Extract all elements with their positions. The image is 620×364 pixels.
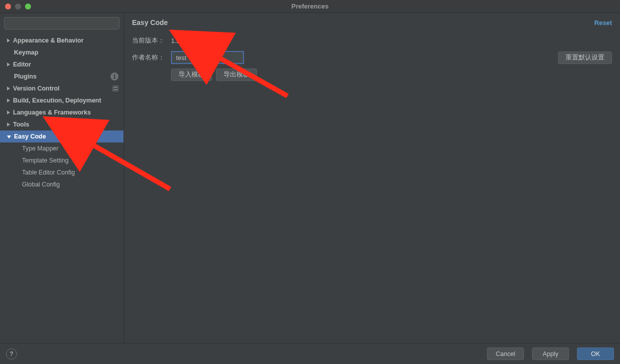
sidebar-item-label: Languages & Frameworks <box>13 109 91 116</box>
breadcrumb: Easy Code Reset <box>124 13 620 32</box>
window-title: Preferences <box>0 2 620 10</box>
sidebar-item-label: Global Config <box>22 181 60 188</box>
sidebar-item-label: Template Setting <box>22 157 68 164</box>
sidebar-item-appearance[interactable]: Appearance & Behavior <box>0 34 124 46</box>
sidebar-item-label: Build, Execution, Deployment <box>13 97 101 104</box>
export-template-button[interactable]: 导出模板 <box>216 68 257 81</box>
ok-button[interactable]: OK <box>577 348 614 360</box>
version-row: 当前版本： 1.2.4 <box>132 32 612 49</box>
project-scope-icon <box>112 86 118 92</box>
version-label: 当前版本： <box>132 36 171 45</box>
sidebar-item-global-config[interactable]: Global Config <box>0 178 124 190</box>
import-template-button[interactable]: 导入模板 <box>171 68 212 81</box>
chevron-right-icon <box>7 110 10 114</box>
author-row: 作者名称： 重置默认设置 <box>132 49 612 66</box>
sidebar-item-label: Plugins <box>14 73 36 80</box>
cancel-button[interactable]: Cancel <box>487 348 524 360</box>
svg-rect-3 <box>114 87 117 88</box>
help-button[interactable]: ? <box>6 348 17 360</box>
sidebar-item-keymap[interactable]: Keymap <box>0 46 124 58</box>
author-input[interactable] <box>171 51 244 64</box>
sidebar-item-label: Keymap <box>14 49 38 56</box>
main-panel: Easy Code Reset 当前版本： 1.2.4 作者名称： 重置默认设置… <box>124 13 620 343</box>
chevron-right-icon <box>7 122 10 126</box>
window-controls <box>0 4 31 10</box>
sidebar-item-languages[interactable]: Languages & Frameworks <box>0 106 124 118</box>
sidebar-item-table-editor-config[interactable]: Table Editor Config <box>0 166 124 178</box>
sidebar: Appearance & Behavior Keymap Editor Plug… <box>0 13 124 343</box>
minimize-window-icon[interactable] <box>15 4 21 10</box>
reset-default-button[interactable]: 重置默认设置 <box>558 52 612 64</box>
sidebar-item-template-setting[interactable]: Template Setting <box>0 154 124 166</box>
search-input[interactable] <box>4 17 120 30</box>
titlebar: Preferences <box>0 0 620 13</box>
zoom-window-icon[interactable] <box>25 4 31 10</box>
sidebar-item-label: Easy Code <box>14 133 46 140</box>
svg-rect-2 <box>113 86 118 91</box>
page-title: Easy Code <box>132 18 168 26</box>
sidebar-item-label: Tools <box>13 121 29 128</box>
reset-link[interactable]: Reset <box>594 19 612 26</box>
sidebar-item-label: Version Control <box>13 85 60 92</box>
form: 当前版本： 1.2.4 作者名称： 重置默认设置 导入模板 导出模板 <box>124 32 620 83</box>
author-label: 作者名称： <box>132 53 171 62</box>
version-value: 1.2.4 <box>171 37 186 44</box>
apply-button[interactable]: Apply <box>532 348 569 360</box>
sidebar-item-label: Editor <box>13 61 31 68</box>
svg-rect-4 <box>114 89 117 90</box>
body: Appearance & Behavior Keymap Editor Plug… <box>0 13 620 343</box>
sidebar-item-version-control[interactable]: Version Control <box>0 82 124 94</box>
chevron-right-icon <box>7 86 10 90</box>
sidebar-item-build[interactable]: Build, Execution, Deployment <box>0 94 124 106</box>
chevron-down-icon <box>7 136 11 138</box>
sidebar-item-label: Appearance & Behavior <box>13 37 84 44</box>
sidebar-item-label: Table Editor Config <box>22 169 75 176</box>
settings-tree[interactable]: Appearance & Behavior Keymap Editor Plug… <box>0 34 124 343</box>
chevron-right-icon <box>7 98 10 102</box>
sidebar-item-easy-code[interactable]: Easy Code <box>0 130 124 142</box>
search-container <box>0 13 124 34</box>
chevron-right-icon <box>7 62 10 66</box>
template-buttons-row: 导入模板 导出模板 <box>132 66 612 83</box>
sidebar-item-label: Type Mapper <box>22 145 58 152</box>
footer: ? Cancel Apply OK <box>0 343 620 364</box>
sidebar-item-type-mapper[interactable]: Type Mapper <box>0 142 124 154</box>
chevron-right-icon <box>7 38 10 42</box>
sidebar-item-editor[interactable]: Editor <box>0 58 124 70</box>
update-badge: 1 <box>110 72 118 80</box>
sidebar-item-tools[interactable]: Tools <box>0 118 124 130</box>
close-window-icon[interactable] <box>5 4 11 10</box>
sidebar-item-plugins[interactable]: Plugins 1 <box>0 70 124 82</box>
